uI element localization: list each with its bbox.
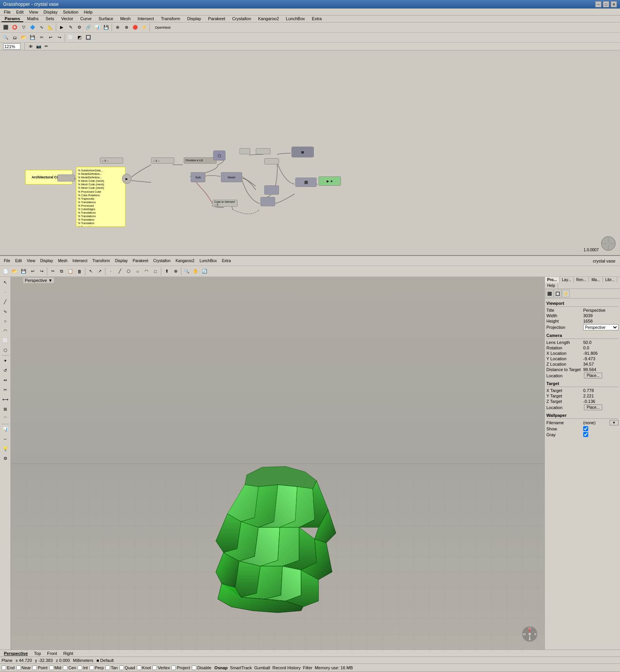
rhino-menu-display2[interactable]: Display	[113, 258, 130, 263]
rhino-tb-paste[interactable]: 📋	[66, 267, 75, 276]
lft-offset[interactable]: ⊞	[1, 404, 10, 414]
tab-surface[interactable]: Surface	[95, 16, 116, 22]
vp-tab-top[interactable]: Top	[32, 651, 43, 656]
gh-node-mesh1[interactable]: Mesh	[221, 172, 242, 182]
tb-btn-7[interactable]: ▶	[57, 23, 66, 32]
status-history[interactable]: Record History	[272, 665, 301, 670]
tb-btn-8[interactable]: ✎	[66, 23, 75, 32]
rhino-tb-select[interactable]: ↖	[86, 267, 95, 276]
snap-tan[interactable]: Tan	[105, 665, 118, 670]
prop-tab-properties[interactable]: Pro...	[545, 277, 560, 283]
lft-render[interactable]: 💡	[1, 444, 10, 453]
tb-btn-15[interactable]: 🔴	[131, 23, 140, 32]
viewport-label[interactable]: Perspective ▼	[23, 278, 54, 283]
settings-icon[interactable]: ✏	[45, 44, 48, 49]
rhino-menu-display[interactable]: Display	[38, 258, 55, 263]
lft-fillet[interactable]: ⌒	[1, 414, 10, 423]
lft-sphere[interactable]: ⬡	[1, 346, 10, 355]
gh-node-lower1[interactable]	[264, 185, 279, 195]
tb2-btn-3[interactable]: 📂	[19, 33, 28, 42]
gh-node-connector[interactable]	[57, 174, 75, 181]
snap-quad[interactable]: Quad	[119, 665, 135, 670]
tb-btn-10[interactable]: 🔗	[84, 23, 93, 32]
restore-button[interactable]: □	[603, 1, 609, 7]
lft-select[interactable]: ↖	[1, 278, 10, 287]
lft-settings[interactable]: ⚙	[1, 454, 10, 463]
menu-file[interactable]: File	[2, 9, 13, 15]
gh-node-arrow[interactable]: ▶	[122, 174, 131, 184]
menu-edit[interactable]: Edit	[14, 9, 26, 15]
tb2-btn-6[interactable]: ↩	[46, 33, 55, 42]
lft-move[interactable]: ✦	[1, 356, 10, 365]
snap-check-knot[interactable]	[137, 665, 141, 670]
snap-check-project[interactable]	[171, 665, 176, 670]
rhino-tb-rect[interactable]: □	[151, 267, 160, 276]
zoom-input[interactable]	[3, 43, 21, 50]
tb-btn-13[interactable]: ⊕	[113, 23, 122, 32]
menu-help[interactable]: Help	[81, 9, 95, 15]
rhino-tb-redo[interactable]: ↪	[37, 267, 46, 276]
snap-check-mid[interactable]	[49, 665, 54, 670]
prop-check-gray[interactable]	[583, 432, 588, 437]
prop-tab-materials[interactable]: Ma...	[589, 277, 603, 283]
tb2-btn-9[interactable]: ◩	[75, 33, 84, 42]
vp-tab-front[interactable]: Front	[45, 651, 60, 656]
rhino-tb-save[interactable]: 💾	[19, 267, 28, 276]
gh-node-cluster1[interactable]: ⬡	[213, 150, 226, 161]
tb-btn-9[interactable]: ⚙	[75, 23, 84, 32]
lft-trim[interactable]: ✂	[1, 385, 10, 394]
prop-select-projection[interactable]: Perspective Parallel	[583, 324, 618, 330]
rhino-menu-kangaroo[interactable]: Kangaroo2	[173, 258, 197, 263]
snap-disable[interactable]: Disable	[192, 665, 212, 670]
rhino-tb-arc[interactable]: ◠	[142, 267, 151, 276]
tab-transform[interactable]: Transform	[158, 16, 183, 22]
tb2-btn-10[interactable]: 🔲	[84, 33, 93, 42]
gh-node-subdiv[interactable]: Sub	[191, 172, 205, 182]
prop-btn-wallpaper[interactable]: ▼	[610, 420, 618, 425]
rhino-menu-edit[interactable]: Edit	[13, 258, 24, 263]
lft-point[interactable]: ·	[1, 287, 10, 297]
rhino-tb-rotate3d[interactable]: 🔄	[200, 267, 209, 276]
lft-mirror[interactable]: ⟷	[1, 395, 10, 404]
tb-btn-5[interactable]: ∿	[37, 23, 46, 32]
tb2-btn-1[interactable]: 🔍	[2, 33, 10, 42]
lft-circle[interactable]: ○	[1, 316, 10, 326]
snap-check-disable[interactable]	[192, 665, 196, 670]
vp-tab-perspective[interactable]: Perspective	[2, 651, 30, 656]
snap-check-end[interactable]	[2, 665, 6, 670]
prop-tab-help[interactable]: Help	[545, 283, 558, 288]
rhino-tb-cut[interactable]: ✂	[48, 267, 57, 276]
prop-tab-render[interactable]: Ren...	[574, 277, 589, 283]
snap-check-near[interactable]	[16, 665, 21, 670]
rhino-tb-copy[interactable]: ⧉	[57, 267, 66, 276]
snap-project[interactable]: Project	[171, 665, 190, 670]
gh-node-big-cluster[interactable]: ▦	[291, 147, 314, 157]
prop-btn-targetloc[interactable]: Place...	[584, 404, 602, 410]
rhino-tb-new[interactable]: 📄	[2, 267, 10, 276]
tb-btn-11[interactable]: 📊	[93, 23, 102, 32]
gh-node-upper2[interactable]	[256, 148, 270, 154]
rhino-tb-boolean[interactable]: ⊕	[171, 267, 180, 276]
snap-check-int[interactable]	[78, 665, 82, 670]
tab-intersect[interactable]: Intersect	[134, 16, 157, 22]
tab-params[interactable]: Params	[2, 16, 23, 22]
rhino-menu-extra[interactable]: Extra	[219, 258, 233, 263]
tab-mesh[interactable]: Mesh	[117, 16, 134, 22]
snap-check-cen[interactable]	[63, 665, 67, 670]
rhino-menu-crystallon[interactable]: Crystallon	[151, 258, 173, 263]
tab-curve[interactable]: Curve	[77, 16, 95, 22]
gh-node-upper3[interactable]	[264, 158, 279, 164]
snap-knot[interactable]: Knot	[137, 665, 151, 670]
rhino-menu-mesh[interactable]: Mesh	[56, 258, 70, 263]
rhino-menu-lunchbox[interactable]: LunchBox	[197, 258, 219, 263]
lft-line[interactable]: ╱	[1, 297, 10, 306]
tab-vector[interactable]: Vector	[58, 16, 76, 22]
tb-btn-3[interactable]: ▽	[19, 23, 28, 32]
status-filter[interactable]: Filter	[303, 665, 312, 670]
rhino-menu-file[interactable]: File	[2, 258, 12, 263]
menu-solution[interactable]: Solution	[60, 9, 81, 15]
status-gumball[interactable]: Gumball	[254, 665, 270, 670]
prop-btn-camloc[interactable]: Place...	[584, 373, 602, 378]
rhino-tb-extrude[interactable]: ⬆	[162, 267, 171, 276]
tb2-btn-2[interactable]: 🗂	[10, 33, 19, 42]
